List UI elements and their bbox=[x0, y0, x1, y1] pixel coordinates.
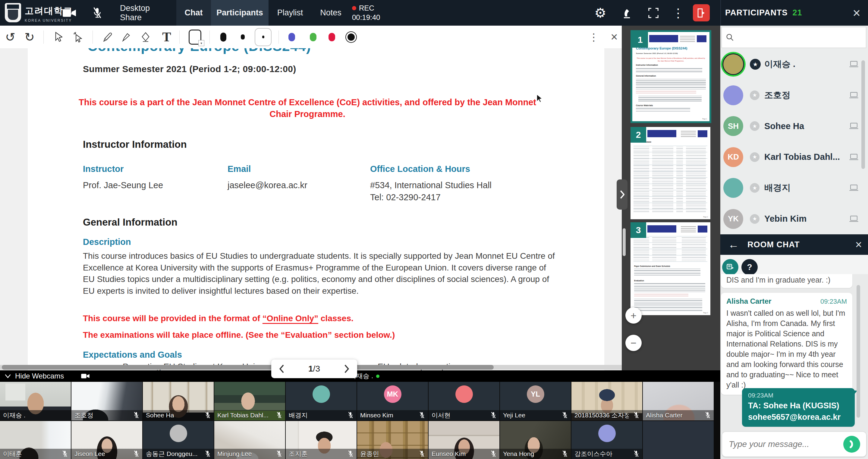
webcam-tile[interactable]: Eunseo Kim bbox=[429, 421, 499, 459]
toolbar-close-button[interactable]: × bbox=[607, 26, 621, 48]
color-green-button[interactable] bbox=[306, 26, 320, 48]
room-chat-close-button[interactable]: × bbox=[855, 238, 862, 251]
webcam-camera-icon[interactable] bbox=[81, 373, 90, 379]
undo-button[interactable]: ↺ bbox=[3, 26, 18, 48]
participant-row[interactable]: KD ★ Karl Tobias Dahl... bbox=[720, 142, 868, 173]
horizontal-scrollbar-thumb[interactable] bbox=[2, 365, 494, 370]
thumbnail-page-2[interactable]: Course Schedule Page 2 2 bbox=[630, 127, 710, 219]
laser-pointer-button[interactable] bbox=[70, 26, 85, 48]
eraser-tool-button[interactable] bbox=[138, 26, 153, 48]
tab-participants[interactable]: Participants bbox=[211, 0, 269, 26]
zoom-out-button[interactable]: − bbox=[625, 335, 642, 351]
color-blue-button[interactable] bbox=[284, 26, 299, 48]
back-button[interactable]: ← bbox=[728, 238, 739, 251]
webcam-tile[interactable]: Sohee Ha bbox=[143, 382, 214, 421]
question-icon: ? bbox=[747, 262, 752, 272]
participant-row[interactable]: SH ★ Sohee Ha bbox=[720, 111, 868, 142]
thumbnail-scrollbar[interactable] bbox=[623, 228, 626, 256]
toolbar-more-button[interactable]: ⋮ bbox=[587, 26, 601, 48]
webcam-participant-name: 이재승 . bbox=[3, 411, 26, 420]
participant-row[interactable]: YK ★ Yebin Kim bbox=[720, 204, 868, 235]
participant-scrollbar[interactable] bbox=[861, 60, 865, 169]
more-options-button[interactable]: ⋮ bbox=[670, 0, 687, 26]
mic-toggle-button[interactable] bbox=[88, 0, 106, 26]
tab-notes[interactable]: Notes bbox=[315, 0, 347, 26]
webcam-tile[interactable]: 윤종민 bbox=[357, 421, 428, 459]
participant-avatar bbox=[723, 178, 743, 198]
camera-toggle-button[interactable] bbox=[60, 0, 79, 26]
text-tool-button[interactable]: T bbox=[159, 26, 174, 48]
chevron-down-icon bbox=[5, 374, 11, 378]
tab-playlist[interactable]: Playlist bbox=[271, 0, 309, 26]
shape-dropdown-button[interactable]: ▾ bbox=[198, 40, 204, 46]
webcam-tile[interactable]: Yena Hong bbox=[500, 421, 571, 459]
webcam-tile[interactable]: 2018150336 소자정 bbox=[571, 382, 642, 421]
fullscreen-button[interactable] bbox=[644, 0, 662, 26]
webcam-tile[interactable]: 강조이스수아 bbox=[571, 421, 642, 459]
prev-page-button[interactable] bbox=[279, 365, 284, 373]
webcam-name-bar: Sohee Ha bbox=[143, 410, 214, 421]
mic-muted-icon bbox=[347, 450, 354, 458]
redo-button[interactable]: ↻ bbox=[22, 26, 37, 48]
webcam-tile[interactable]: 이태훈 bbox=[0, 421, 71, 459]
webcam-tile[interactable] bbox=[643, 421, 714, 459]
mic-muted-icon bbox=[632, 450, 640, 458]
webcam-tile[interactable]: Alisha Carter bbox=[643, 382, 714, 421]
settings-button[interactable]: ⚙ bbox=[591, 0, 610, 26]
participant-avatar: SH bbox=[723, 116, 743, 136]
chat-message-input[interactable] bbox=[728, 439, 843, 449]
chat-scrollbar[interactable] bbox=[857, 285, 860, 418]
color-red-button[interactable] bbox=[324, 26, 339, 48]
expand-panel-button[interactable] bbox=[617, 179, 627, 209]
marker-tool-button[interactable] bbox=[119, 26, 133, 48]
chat-message-text: I wasn't called on as well lol, but I'm … bbox=[726, 308, 847, 390]
webcam-tile[interactable]: 조지훈 bbox=[286, 421, 356, 459]
webcam-tile[interactable]: Jiseon Lee bbox=[71, 421, 142, 459]
tab-desktop-share[interactable]: Desktop Share bbox=[120, 0, 168, 26]
mic-muted-icon bbox=[632, 412, 640, 419]
webcam-tile[interactable]: 송동근 Donggeu... bbox=[143, 421, 214, 459]
laptop-icon bbox=[849, 153, 859, 161]
webcam-tile[interactable]: 이재승 . bbox=[0, 382, 71, 421]
search-input[interactable] bbox=[738, 33, 862, 42]
stroke-thin-button-selected[interactable] bbox=[255, 26, 272, 48]
color-black-button-selected[interactable] bbox=[344, 26, 358, 48]
mini-h1: Instructor Information bbox=[636, 64, 658, 66]
room-chat-header: ← ROOM CHAT × bbox=[720, 234, 868, 255]
stroke-thick-button[interactable] bbox=[216, 26, 230, 48]
webcam-tile[interactable]: 이서현 bbox=[429, 382, 499, 421]
participant-row[interactable]: ★ 배경지 bbox=[720, 172, 868, 204]
participant-search[interactable] bbox=[721, 27, 866, 48]
webcam-tile[interactable]: MK Minseo Kim bbox=[357, 382, 428, 421]
webcam-tile[interactable]: Minjung Lee bbox=[214, 421, 285, 459]
caret-down-icon: ▾ bbox=[200, 41, 202, 45]
zoom-in-button[interactable]: + bbox=[625, 307, 642, 323]
webcam-name-bar: 윤종민 bbox=[357, 449, 428, 459]
participants-close-button[interactable]: × bbox=[847, 0, 866, 26]
avatar-initials: KD bbox=[727, 152, 739, 162]
export-chat-button[interactable] bbox=[722, 259, 738, 275]
send-message-button[interactable] bbox=[843, 436, 860, 453]
stroke-medium-button[interactable] bbox=[236, 26, 250, 48]
webcam-tile[interactable]: Karl Tobias Dahl... bbox=[214, 382, 285, 421]
next-page-button[interactable] bbox=[344, 365, 349, 373]
moderator-star-icon: ★ bbox=[750, 90, 760, 100]
thumbnail-page-1[interactable]: Contemporary Europe (DISS244) Summer Sem… bbox=[630, 30, 711, 123]
pen-tool-button[interactable] bbox=[100, 26, 115, 48]
webcam-tile[interactable]: 배경지 bbox=[286, 382, 356, 421]
tab-chat[interactable]: Chat bbox=[176, 0, 211, 26]
webcam-participant-name: 배경지 bbox=[289, 411, 308, 420]
webcam-tile[interactable]: 조호정 bbox=[71, 382, 142, 421]
participant-row[interactable]: ★ 조호정 bbox=[720, 80, 868, 111]
thumbnail-3-number: 3 bbox=[630, 222, 646, 238]
help-button[interactable]: ? bbox=[741, 259, 758, 275]
mini-paper-head: Paper Submission and Exam Schedule bbox=[634, 265, 670, 267]
webcam-tile[interactable]: YL Yeji Lee bbox=[500, 382, 571, 421]
pointer-tool-button[interactable] bbox=[51, 26, 65, 48]
raise-hand-button[interactable] bbox=[618, 0, 636, 26]
thumbnail-page-3[interactable]: Paper Submission and Exam Schedule Evalu… bbox=[630, 222, 710, 315]
whiteboard-area[interactable]: Contemporary Europe (DISS244) Summer Sem… bbox=[0, 48, 622, 370]
hide-webcams-button[interactable]: Hide Webcams bbox=[15, 372, 64, 380]
leave-session-button[interactable] bbox=[693, 4, 710, 21]
participant-row[interactable]: ★ 이재승 . bbox=[720, 49, 868, 80]
